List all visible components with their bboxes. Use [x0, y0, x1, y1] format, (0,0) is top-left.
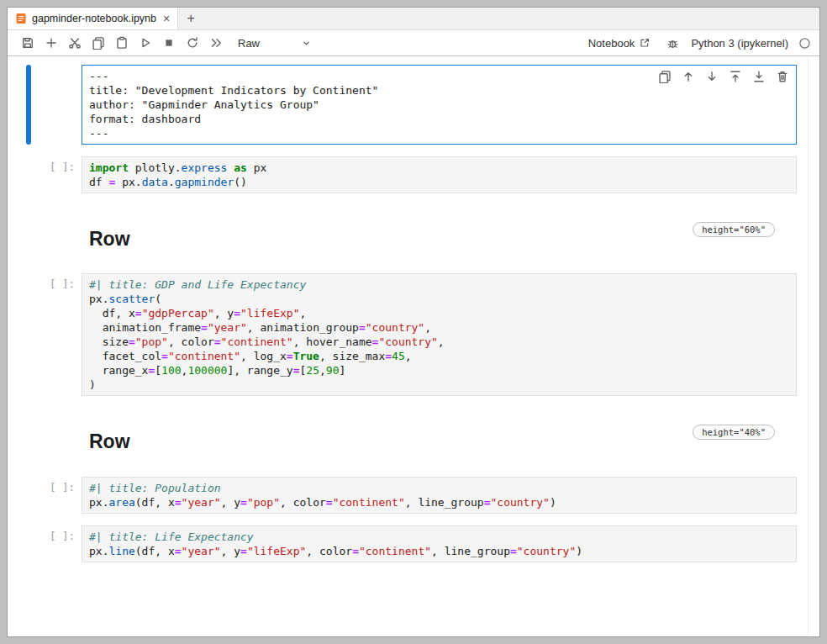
- tab-title: gapminder-notebook.ipynb: [32, 13, 156, 24]
- duplicate-icon: [658, 70, 672, 83]
- execution-prompt: [ ]:: [31, 477, 82, 514]
- insert-below-cell-button[interactable]: [752, 70, 766, 83]
- raw-cell-editor[interactable]: ---title: "Development Indicators by Con…: [82, 65, 797, 145]
- run-all-button[interactable]: [204, 32, 228, 54]
- paste-button[interactable]: [110, 32, 134, 54]
- code-line: author: "Gapminder Analytics Group": [89, 98, 789, 112]
- markdown-cell[interactable]: Rowheight="40%": [26, 408, 797, 464]
- code-line: ---: [89, 126, 789, 140]
- code-line: #| title: Life Expectancy: [89, 530, 789, 544]
- code-cell[interactable]: [ ]:#| title: Life Expectancypx.line(df,…: [26, 525, 797, 562]
- save-button[interactable]: [16, 32, 40, 54]
- external-link-icon: [639, 37, 651, 49]
- run-button[interactable]: [134, 32, 157, 54]
- height-attribute-badge: height="60%": [693, 222, 775, 237]
- cell-toolbar: [658, 70, 789, 83]
- code-line: #| title: Population: [89, 481, 789, 495]
- paste-icon: [115, 36, 129, 50]
- copy-icon: [92, 36, 105, 50]
- copy-button[interactable]: [87, 32, 110, 54]
- tab-bar: gapminder-notebook.ipynb × +: [8, 8, 819, 30]
- delete-cell-button[interactable]: [776, 70, 789, 83]
- cell-type-value: Raw: [238, 37, 260, 50]
- execution-prompt: [31, 65, 82, 145]
- cell-type-dropdown[interactable]: Raw: [234, 35, 315, 51]
- cut-icon: [68, 36, 82, 50]
- insert-above-cell-button[interactable]: [729, 70, 742, 83]
- execution-prompt: [ ]:: [31, 156, 82, 193]
- vertical-scrollbar[interactable]: [808, 56, 819, 636]
- code-line: ): [89, 377, 789, 392]
- insert-below-icon: [752, 70, 766, 83]
- notebook-view-label: Notebook: [588, 37, 635, 50]
- notebook-icon: [15, 13, 27, 24]
- execution-prompt: [ ]:: [31, 525, 82, 562]
- interrupt-button[interactable]: [157, 32, 181, 54]
- code-line: facet_col="continent", log_x=True, size_…: [89, 349, 789, 363]
- move-down-icon: [705, 70, 719, 83]
- debugger-icon: [666, 37, 679, 50]
- desktop-background: gapminder-notebook.ipynb × + Raw Noteboo…: [0, 0, 827, 644]
- chevron-down-icon: [301, 38, 312, 49]
- code-line: range_x=[100,100000], range_y=[25,90]: [89, 363, 789, 377]
- markdown-rendered: Row: [82, 205, 693, 261]
- restart-button[interactable]: [181, 32, 204, 54]
- code-line: #| title: GDP and Life Expectancy: [89, 277, 789, 292]
- code-cell[interactable]: [ ]:import plotly.express as pxdf = px.d…: [26, 156, 797, 193]
- code-line: title: "Development Indicators by Contin…: [89, 83, 789, 98]
- notebook-tab[interactable]: gapminder-notebook.ipynb ×: [8, 8, 178, 29]
- cut-button[interactable]: [63, 32, 87, 54]
- run-icon: [139, 36, 152, 50]
- code-line: size="pop", color="continent", hover_nam…: [89, 335, 789, 349]
- execution-prompt: [ ]:: [31, 273, 82, 396]
- insert-above-icon: [729, 70, 742, 83]
- jupyterlab-window: gapminder-notebook.ipynb × + Raw Noteboo…: [7, 7, 820, 637]
- code-line: px.scatter(: [89, 292, 789, 306]
- notebook-view-button[interactable]: Notebook: [588, 37, 651, 50]
- duplicate-cell-button[interactable]: [658, 70, 672, 83]
- code-cell-editor[interactable]: #| title: GDP and Life Expectancypx.scat…: [82, 273, 797, 396]
- code-cell[interactable]: [ ]:#| title: Populationpx.area(df, x="y…: [26, 477, 797, 514]
- insert-icon: [45, 36, 58, 50]
- raw-cell[interactable]: ---title: "Development Indicators by Con…: [26, 65, 797, 145]
- code-line: px.area(df, x="year", y="pop", color="co…: [89, 495, 789, 509]
- save-icon: [21, 36, 34, 50]
- code-cell[interactable]: [ ]:#| title: GDP and Life Expectancypx.…: [26, 273, 797, 396]
- code-cell-editor[interactable]: import plotly.express as pxdf = px.data.…: [82, 156, 797, 193]
- run-all-icon: [209, 36, 223, 50]
- move-down-cell-button[interactable]: [705, 70, 719, 83]
- execution-prompt: [31, 408, 82, 464]
- move-up-icon: [682, 70, 695, 83]
- insert-button[interactable]: [40, 32, 63, 54]
- notebook-content: ---title: "Development Indicators by Con…: [8, 56, 819, 636]
- interrupt-icon: [162, 36, 176, 50]
- restart-icon: [186, 36, 199, 50]
- kernel-name-button[interactable]: Python 3 (ipykernel): [691, 37, 788, 50]
- code-line: animation_frame="year", animation_group=…: [89, 320, 789, 335]
- tab-close-icon[interactable]: ×: [163, 13, 170, 24]
- markdown-heading: Row: [89, 431, 693, 452]
- notebook-toolbar: Raw Notebook Python: [8, 30, 819, 56]
- delete-icon: [776, 70, 789, 83]
- code-line: px.line(df, x="year", y="lifeExp", color…: [89, 544, 789, 558]
- code-line: df, x="gdpPercap", y="lifeExp",: [89, 306, 789, 320]
- markdown-heading: Row: [89, 229, 693, 250]
- markdown-rendered: Row: [82, 408, 693, 464]
- code-line: df = px.data.gapminder(): [89, 175, 789, 189]
- move-up-cell-button[interactable]: [682, 70, 695, 83]
- code-line: format: dashboard: [89, 112, 789, 126]
- kernel-status-indicator-icon: [798, 37, 811, 50]
- debugger-button[interactable]: [661, 32, 684, 54]
- height-attribute-badge: height="40%": [693, 425, 775, 440]
- new-tab-button[interactable]: +: [178, 8, 203, 29]
- markdown-cell[interactable]: Rowheight="60%": [26, 205, 797, 261]
- toolbar-button-group: [16, 32, 228, 54]
- code-line: import plotly.express as px: [89, 161, 789, 175]
- code-cell-editor[interactable]: #| title: Life Expectancypx.line(df, x="…: [82, 525, 797, 562]
- code-cell-editor[interactable]: #| title: Populationpx.area(df, x="year"…: [82, 477, 797, 514]
- execution-prompt: [31, 205, 82, 261]
